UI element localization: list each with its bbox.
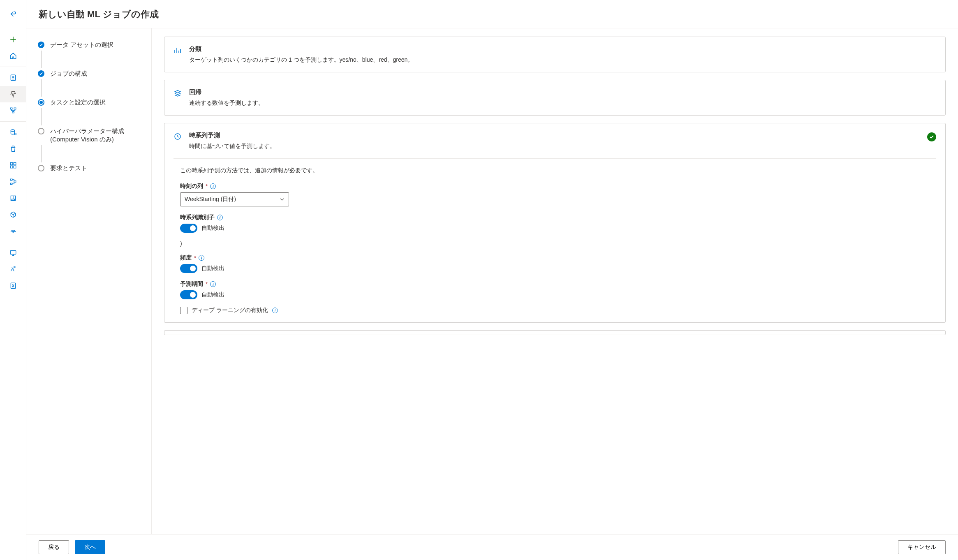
clock-icon bbox=[174, 132, 182, 141]
svg-point-4 bbox=[11, 130, 14, 132]
svg-point-15 bbox=[12, 231, 13, 232]
step-hyperparameters[interactable]: ハイパーパラメーター構成 (Computer Vision のみ) bbox=[38, 127, 141, 143]
left-nav-rail bbox=[0, 0, 26, 560]
next-card-peek bbox=[164, 330, 946, 335]
info-icon[interactable]: i bbox=[210, 183, 216, 189]
task-title: 回帰 bbox=[189, 88, 264, 96]
svg-rect-7 bbox=[14, 162, 16, 165]
page-header: 新しい自動 ML ジョブの作成 bbox=[26, 0, 958, 28]
task-description: 連続する数値を予測します。 bbox=[189, 100, 264, 107]
frequency-group: 頻度 * i 自動検出 bbox=[180, 254, 936, 273]
svg-rect-1 bbox=[10, 108, 12, 109]
frequency-label: 頻度 bbox=[180, 254, 192, 261]
horizon-group: 予測期間 * i 自動検出 bbox=[180, 280, 936, 299]
frequency-toggle[interactable] bbox=[180, 264, 197, 273]
page-title: 新しい自動 ML ジョブの作成 bbox=[39, 8, 946, 21]
step-pending-icon bbox=[38, 165, 44, 171]
cancel-button[interactable]: キャンセル bbox=[898, 540, 946, 554]
task-title: 時系列予測 bbox=[189, 132, 275, 139]
step-data-asset[interactable]: データ アセットの選択 bbox=[38, 41, 141, 49]
task-card-classification[interactable]: 分類 ターゲット列のいくつかのカテゴリの 1 つを予測します。yes/no、bl… bbox=[164, 37, 946, 72]
horizon-toggle[interactable] bbox=[180, 290, 197, 299]
nav-home-icon[interactable] bbox=[0, 48, 26, 64]
info-icon[interactable]: i bbox=[199, 255, 204, 261]
info-icon[interactable]: i bbox=[217, 215, 223, 220]
step-validate-test[interactable]: 要求とテスト bbox=[38, 164, 141, 172]
bar-chart-icon bbox=[174, 46, 182, 54]
horizon-toggle-label: 自動検出 bbox=[201, 291, 224, 299]
nav-notebook-icon[interactable] bbox=[0, 69, 26, 86]
task-description: 時間に基づいて値を予測します。 bbox=[189, 143, 275, 150]
layers-icon bbox=[174, 89, 182, 97]
series-id-toggle[interactable] bbox=[180, 224, 197, 233]
deep-learning-label: ディープ ラーニングの有効化 bbox=[192, 307, 268, 314]
deep-learning-row: ディープ ラーニングの有効化 i bbox=[180, 307, 936, 314]
series-id-group: 時系列識別子 i 自動検出 bbox=[180, 214, 936, 233]
svg-rect-12 bbox=[10, 183, 12, 184]
step-complete-icon bbox=[38, 70, 44, 77]
required-marker: * bbox=[206, 281, 208, 287]
nav-data-icon[interactable] bbox=[0, 124, 26, 141]
svg-point-5 bbox=[14, 133, 16, 135]
time-column-value: WeekStarting (日付) bbox=[185, 196, 236, 203]
nav-designer-icon[interactable] bbox=[0, 102, 26, 119]
wizard-stepper: データ アセットの選択 ジョブの構成 タスクと設定の選択 ハイパ bbox=[26, 28, 152, 534]
svg-rect-10 bbox=[10, 179, 12, 180]
svg-rect-9 bbox=[14, 166, 16, 168]
nav-back-icon[interactable] bbox=[0, 6, 26, 22]
nav-pipelines-icon[interactable] bbox=[0, 174, 26, 190]
step-current-icon bbox=[38, 99, 44, 106]
horizon-label: 予測期間 bbox=[180, 280, 203, 288]
selected-check-icon bbox=[927, 132, 936, 141]
step-configure-job[interactable]: ジョブの構成 bbox=[38, 69, 141, 78]
chevron-down-icon bbox=[280, 197, 285, 202]
nav-environments-icon[interactable] bbox=[0, 190, 26, 206]
nav-automl-icon[interactable] bbox=[0, 86, 26, 102]
svg-point-17 bbox=[14, 266, 15, 268]
task-card-forecasting[interactable]: 時系列予測 時間に基づいて値を予測します。 この時系列予測の方法では、追加の情報… bbox=[164, 123, 946, 323]
svg-rect-3 bbox=[12, 111, 14, 113]
step-pending-icon bbox=[38, 128, 44, 134]
step-complete-icon bbox=[38, 42, 44, 48]
svg-rect-8 bbox=[10, 166, 13, 168]
nav-models-icon[interactable] bbox=[0, 206, 26, 223]
svg-rect-16 bbox=[10, 250, 16, 254]
nav-datastores-icon[interactable] bbox=[0, 261, 26, 278]
deep-learning-checkbox[interactable] bbox=[180, 307, 187, 314]
wizard-footer: 戻る 次へ キャンセル bbox=[26, 534, 958, 560]
frequency-toggle-label: 自動検出 bbox=[201, 265, 224, 272]
nav-linked-icon[interactable] bbox=[0, 278, 26, 294]
next-button[interactable]: 次へ bbox=[75, 540, 105, 554]
nav-components-icon[interactable] bbox=[0, 157, 26, 174]
back-button[interactable]: 戻る bbox=[39, 540, 69, 554]
time-column-group: 時刻の列 * i WeekStarting (日付) bbox=[180, 183, 936, 206]
step-task-settings[interactable]: タスクと設定の選択 bbox=[38, 98, 141, 106]
required-marker: * bbox=[206, 183, 208, 190]
task-card-regression[interactable]: 回帰 連続する数値を予測します。 bbox=[164, 80, 946, 116]
task-description: ターゲット列のいくつかのカテゴリの 1 つを予測します。yes/no、blue、… bbox=[189, 56, 413, 64]
task-selection-content: 分類 ターゲット列のいくつかのカテゴリの 1 つを予測します。yes/no、bl… bbox=[152, 28, 958, 534]
required-marker: * bbox=[194, 255, 196, 261]
stray-paren: ) bbox=[180, 240, 936, 247]
svg-rect-14 bbox=[12, 199, 14, 200]
forecasting-info-text: この時系列予測の方法では、追加の情報が必要です。 bbox=[180, 167, 936, 174]
task-title: 分類 bbox=[189, 45, 413, 53]
time-column-select[interactable]: WeekStarting (日付) bbox=[180, 192, 289, 206]
nav-endpoints-icon[interactable] bbox=[0, 223, 26, 239]
nav-add-icon[interactable] bbox=[0, 31, 26, 48]
svg-rect-2 bbox=[14, 108, 16, 109]
nav-jobs-icon[interactable] bbox=[0, 141, 26, 157]
info-icon[interactable]: i bbox=[272, 308, 278, 313]
series-id-label: 時系列識別子 bbox=[180, 214, 215, 221]
info-icon[interactable]: i bbox=[210, 281, 216, 287]
time-column-label: 時刻の列 bbox=[180, 183, 203, 190]
svg-rect-6 bbox=[10, 162, 13, 165]
nav-compute-icon[interactable] bbox=[0, 245, 26, 261]
series-id-toggle-label: 自動検出 bbox=[201, 224, 224, 232]
